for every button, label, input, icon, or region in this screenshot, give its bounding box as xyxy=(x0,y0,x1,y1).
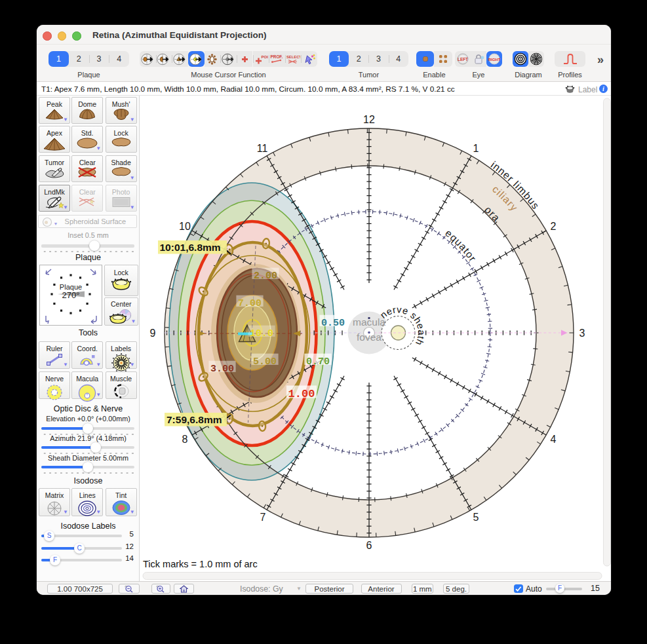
svg-text:macula: macula xyxy=(353,316,385,328)
svg-text:9: 9 xyxy=(150,328,156,339)
svg-text:PROF.: PROF. xyxy=(271,54,283,59)
svg-text:2: 2 xyxy=(551,221,557,232)
svg-text:fovea: fovea xyxy=(357,331,382,343)
svg-text:7:59,6.8mm: 7:59,6.8mm xyxy=(167,414,222,425)
svg-text:0.50: 0.50 xyxy=(321,318,345,329)
svg-text:LEFT: LEFT xyxy=(458,57,468,62)
svg-text:4: 4 xyxy=(551,434,557,445)
svg-text:11: 11 xyxy=(257,143,268,154)
svg-text:3: 3 xyxy=(579,328,585,339)
svg-text:7: 7 xyxy=(260,512,266,523)
svg-text:Tick marks = 1.0 mm of arc: Tick marks = 1.0 mm of arc xyxy=(143,559,258,569)
svg-text:6: 6 xyxy=(366,540,372,551)
svg-text:10:01,6.8mm: 10:01,6.8mm xyxy=(160,242,221,253)
svg-text:POI: POI xyxy=(261,54,268,58)
svg-text:10.0: 10.0 xyxy=(250,328,273,339)
svg-text:SELECT: SELECT xyxy=(286,54,300,58)
svg-text:equator: equator xyxy=(443,227,479,264)
svg-text:RIGHT: RIGHT xyxy=(488,58,501,62)
svg-text:5.00: 5.00 xyxy=(253,356,277,368)
svg-text:10: 10 xyxy=(179,221,191,232)
svg-text:3.00: 3.00 xyxy=(210,364,234,375)
svg-text:12: 12 xyxy=(363,114,375,125)
svg-text:8: 8 xyxy=(182,434,188,445)
svg-text:7.00: 7.00 xyxy=(238,298,262,309)
svg-text:2.00: 2.00 xyxy=(254,271,277,282)
svg-text:0.70: 0.70 xyxy=(306,356,330,368)
svg-text:1.00: 1.00 xyxy=(288,388,315,400)
svg-text:270°: 270° xyxy=(62,290,80,300)
svg-text:5: 5 xyxy=(473,512,479,523)
svg-text:1: 1 xyxy=(473,143,479,154)
